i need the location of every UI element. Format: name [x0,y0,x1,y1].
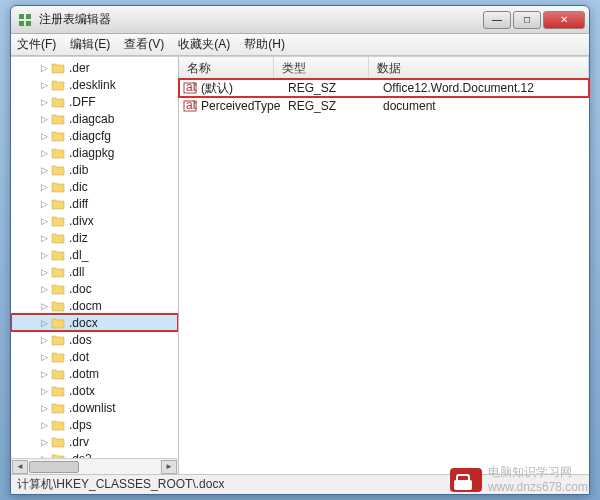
tree-node[interactable]: ▷.divx [11,212,178,229]
folder-icon [51,181,65,193]
expand-icon[interactable]: ▷ [39,233,49,243]
tree-node[interactable]: ▷.dotx [11,382,178,399]
cell-data: document [383,99,589,113]
expand-icon[interactable]: ▷ [39,250,49,260]
close-button[interactable]: ✕ [543,11,585,29]
tree-hscrollbar[interactable]: ◄ ► [11,458,178,474]
expand-icon[interactable]: ▷ [39,403,49,413]
folder-icon [51,300,65,312]
svg-rect-0 [19,14,24,19]
tree-node[interactable]: ▷.dic [11,178,178,195]
expand-icon[interactable]: ▷ [39,267,49,277]
column-header-name[interactable]: 名称 [179,57,274,78]
folder-icon [51,334,65,346]
watermark: 电脑知识学习网 www.dnzs678.com [450,465,588,494]
tree-label: .der [69,61,90,75]
expand-icon[interactable]: ▷ [39,369,49,379]
scroll-thumb[interactable] [29,461,79,473]
expand-icon[interactable]: ▷ [39,114,49,124]
tree-label: .divx [69,214,94,228]
expand-icon[interactable]: ▷ [39,216,49,226]
tree-node[interactable]: ▷.ds2 [11,450,178,458]
tree-node[interactable]: ▷.dot [11,348,178,365]
tree-label: .diff [69,197,88,211]
tree-label: .dll [69,265,84,279]
tree-label: .diz [69,231,88,245]
titlebar[interactable]: 注册表编辑器 — □ ✕ [11,6,589,34]
tree-node[interactable]: ▷.dps [11,416,178,433]
tree-node[interactable]: ▷.diff [11,195,178,212]
tree-node[interactable]: ▷.dotm [11,365,178,382]
list-row[interactable]: ab(默认)REG_SZOffice12.Word.Document.12 [179,79,589,97]
tree-node[interactable]: ▷.docm [11,297,178,314]
window-controls: — □ ✕ [483,11,585,29]
expand-icon[interactable]: ▷ [39,318,49,328]
tree-node[interactable]: ▷.diagcab [11,110,178,127]
expand-icon[interactable]: ▷ [39,80,49,90]
scroll-left-button[interactable]: ◄ [12,460,28,474]
expand-icon[interactable]: ▷ [39,284,49,294]
cell-name: (默认) [201,80,288,97]
menu-edit[interactable]: 编辑(E) [70,36,110,53]
expand-icon[interactable]: ▷ [39,301,49,311]
menu-view[interactable]: 查看(V) [124,36,164,53]
tree-label: .dic [69,180,88,194]
tree-node[interactable]: ▷.doc [11,280,178,297]
expand-icon[interactable]: ▷ [39,131,49,141]
tree-node[interactable]: ▷.desklink [11,76,178,93]
list-row[interactable]: abPerceivedTypeREG_SZdocument [179,97,589,115]
folder-icon [51,351,65,363]
tree-label: .dps [69,418,92,432]
tree-node[interactable]: ▷.drv [11,433,178,450]
list-view[interactable]: ab(默认)REG_SZOffice12.Word.Document.12abP… [179,79,589,474]
tree-panel: ▷.der▷.desklink▷.DFF▷.diagcab▷.diagcfg▷.… [11,57,179,474]
tree-node[interactable]: ▷.dll [11,263,178,280]
tree-label: .dib [69,163,88,177]
expand-icon[interactable]: ▷ [39,352,49,362]
column-header-data[interactable]: 数据 [369,57,589,78]
expand-icon[interactable]: ▷ [39,420,49,430]
status-path: 计算机\HKEY_CLASSES_ROOT\.docx [17,476,224,493]
tree-node[interactable]: ▷.docx [11,314,178,331]
string-value-icon: ab [183,99,197,113]
expand-icon[interactable]: ▷ [39,437,49,447]
folder-icon [51,368,65,380]
expand-icon[interactable]: ▷ [39,63,49,73]
tree-node[interactable]: ▷.diz [11,229,178,246]
tree-view[interactable]: ▷.der▷.desklink▷.DFF▷.diagcab▷.diagcfg▷.… [11,57,178,458]
expand-icon[interactable]: ▷ [39,386,49,396]
scroll-right-button[interactable]: ► [161,460,177,474]
tree-label: .downlist [69,401,116,415]
tree-label: .dotm [69,367,99,381]
minimize-button[interactable]: — [483,11,511,29]
expand-icon[interactable]: ▷ [39,199,49,209]
tree-label: .doc [69,282,92,296]
scroll-track[interactable] [29,460,160,474]
menu-favorites[interactable]: 收藏夹(A) [178,36,230,53]
tree-label: .dot [69,350,89,364]
tree-node[interactable]: ▷.dib [11,161,178,178]
menu-help[interactable]: 帮助(H) [244,36,285,53]
expand-icon[interactable]: ▷ [39,148,49,158]
folder-icon [51,283,65,295]
tree-label: .desklink [69,78,116,92]
tree-node[interactable]: ▷.dl_ [11,246,178,263]
folder-icon [51,385,65,397]
list-header: 名称 类型 数据 [179,57,589,79]
column-header-type[interactable]: 类型 [274,57,369,78]
maximize-button[interactable]: □ [513,11,541,29]
expand-icon[interactable]: ▷ [39,97,49,107]
tree-node[interactable]: ▷.dos [11,331,178,348]
tree-node[interactable]: ▷.DFF [11,93,178,110]
tree-node[interactable]: ▷.der [11,59,178,76]
tree-node[interactable]: ▷.diagpkg [11,144,178,161]
expand-icon[interactable]: ▷ [39,335,49,345]
tree-node[interactable]: ▷.diagcfg [11,127,178,144]
menu-file[interactable]: 文件(F) [17,36,56,53]
folder-icon [51,130,65,142]
expand-icon[interactable]: ▷ [39,165,49,175]
tree-label: .docx [69,316,98,330]
tree-node[interactable]: ▷.downlist [11,399,178,416]
folder-icon [51,317,65,329]
expand-icon[interactable]: ▷ [39,182,49,192]
